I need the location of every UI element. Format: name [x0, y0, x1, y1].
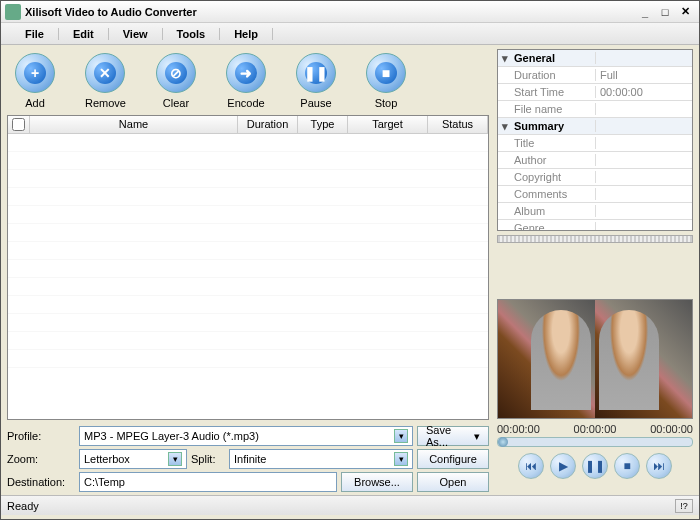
next-button[interactable]: ⏭ — [646, 453, 672, 479]
file-list[interactable]: Name Duration Type Target Status — [7, 115, 489, 420]
menu-bar: File Edit View Tools Help — [1, 23, 699, 45]
time-total: 00:00:00 — [650, 423, 693, 435]
col-target[interactable]: Target — [348, 116, 428, 133]
collapse-icon[interactable]: ▾ — [498, 52, 512, 65]
zoom-label: Zoom: — [7, 453, 75, 465]
destination-label: Destination: — [7, 476, 75, 488]
x-icon: ✕ — [94, 62, 116, 84]
chevron-down-icon: ▾ — [394, 452, 408, 466]
encode-button[interactable]: ➜Encode — [226, 53, 266, 109]
preview-image — [498, 300, 595, 418]
menu-edit[interactable]: Edit — [59, 28, 109, 40]
split-select[interactable]: Infinite▾ — [229, 449, 413, 469]
time-current: 00:00:00 — [497, 423, 540, 435]
col-type[interactable]: Type — [298, 116, 348, 133]
status-text: Ready — [7, 500, 675, 512]
configure-button[interactable]: Configure — [417, 449, 489, 469]
browse-button[interactable]: Browse... — [341, 472, 413, 492]
zoom-select[interactable]: Letterbox▾ — [79, 449, 187, 469]
profile-label: Profile: — [7, 430, 75, 442]
menu-help[interactable]: Help — [220, 28, 273, 40]
clear-button[interactable]: ⊘Clear — [156, 53, 196, 109]
stop-button[interactable]: ■Stop — [366, 53, 406, 109]
remove-button[interactable]: ✕Remove — [85, 53, 126, 109]
clear-icon: ⊘ — [165, 62, 187, 84]
help-button[interactable]: !? — [675, 499, 693, 513]
stoptrack-button[interactable]: ■ — [614, 453, 640, 479]
app-icon — [5, 4, 21, 20]
slider-thumb[interactable] — [498, 437, 508, 447]
plus-icon: + — [24, 62, 46, 84]
col-name[interactable]: Name — [30, 116, 238, 133]
arrow-icon: ➜ — [235, 62, 257, 84]
destination-input[interactable]: C:\Temp — [79, 472, 337, 492]
seek-slider[interactable] — [497, 437, 693, 447]
file-rows — [8, 134, 488, 376]
prop-val[interactable]: Full — [596, 69, 692, 81]
add-button[interactable]: +Add — [15, 53, 55, 109]
col-status[interactable]: Status — [428, 116, 488, 133]
window-title: Xilisoft Video to Audio Converter — [25, 6, 635, 18]
minimize-button[interactable]: _ — [635, 6, 655, 18]
play-button[interactable]: ▶ — [550, 453, 576, 479]
prev-button[interactable]: ⏮ — [518, 453, 544, 479]
select-all-checkbox[interactable] — [12, 118, 25, 131]
chevron-down-icon: ▾ — [394, 429, 408, 443]
video-preview — [497, 299, 693, 419]
save-as-button[interactable]: Save As...▾ — [417, 426, 489, 446]
time-mid: 00:00:00 — [574, 423, 617, 435]
stop-icon: ■ — [375, 62, 397, 84]
col-duration[interactable]: Duration — [238, 116, 298, 133]
open-button[interactable]: Open — [417, 472, 489, 492]
split-label: Split: — [191, 453, 225, 465]
collapse-icon[interactable]: ▾ — [498, 120, 512, 133]
menu-view[interactable]: View — [109, 28, 163, 40]
splitter-handle[interactable] — [497, 235, 693, 243]
menu-tools[interactable]: Tools — [163, 28, 221, 40]
profile-select[interactable]: MP3 - MPEG Layer-3 Audio (*.mp3)▾ — [79, 426, 413, 446]
col-check[interactable] — [8, 116, 30, 133]
properties-panel[interactable]: ▾General DurationFull Start Time00:00:00… — [497, 49, 693, 231]
prop-key: Duration — [512, 69, 596, 81]
pause-button[interactable]: ❚❚Pause — [296, 53, 336, 109]
chevron-down-icon: ▾ — [168, 452, 182, 466]
playpause-button[interactable]: ❚❚ — [582, 453, 608, 479]
maximize-button[interactable]: □ — [655, 6, 675, 18]
toolbar: +Add ✕Remove ⊘Clear ➜Encode ❚❚Pause ■Sto… — [7, 49, 489, 115]
menu-file[interactable]: File — [21, 28, 59, 40]
preview-image — [595, 300, 692, 418]
pause-icon: ❚❚ — [305, 62, 327, 84]
close-button[interactable]: ✕ — [675, 5, 695, 18]
